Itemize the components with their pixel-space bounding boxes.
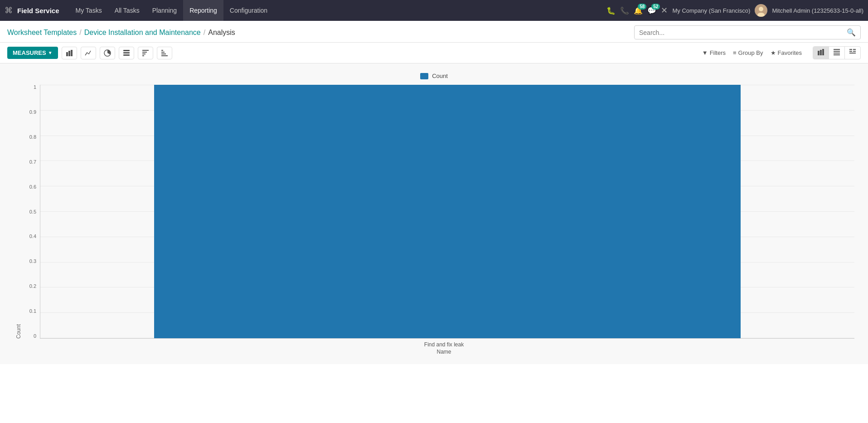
- bug-icon[interactable]: 🐛: [606, 6, 616, 15]
- close-icon[interactable]: ✕: [661, 5, 668, 15]
- user-name: Mitchell Admin (12325633-15-0-all): [772, 7, 863, 14]
- message-icon[interactable]: 💬 52: [647, 6, 656, 15]
- view-switcher: [813, 46, 861, 59]
- favorites-icon: ★: [771, 49, 776, 56]
- top-navigation: ⌘ Field Service My Tasks All Tasks Plann…: [0, 0, 868, 21]
- svg-rect-17: [161, 55, 168, 56]
- y-tick-01: 0.1: [29, 309, 36, 314]
- nav-planning[interactable]: Planning: [146, 0, 184, 21]
- svg-rect-19: [820, 50, 822, 55]
- x-axis-label: Find and fix leak: [424, 341, 464, 348]
- filter-group: ▼ Filters ≡ Group By ★ Favorites: [702, 49, 802, 56]
- groupby-button[interactable]: ≡ Group By: [733, 49, 763, 56]
- svg-rect-23: [834, 53, 840, 53]
- svg-rect-4: [68, 51, 70, 56]
- filters-label: Filters: [710, 49, 726, 56]
- svg-rect-28: [853, 51, 856, 52]
- pivot-view-button[interactable]: [845, 47, 860, 59]
- nav-all-tasks[interactable]: All Tasks: [108, 0, 146, 21]
- y-tick-1: 1: [34, 85, 36, 90]
- topnav-right: 🐛 📞 🔔 58 💬 52 ✕ My Company (San Francisc…: [606, 4, 863, 17]
- subheader: Worksheet Templates / Device Installatio…: [0, 21, 868, 43]
- svg-rect-7: [123, 50, 130, 51]
- search-input[interactable]: [635, 27, 842, 39]
- svg-rect-3: [66, 52, 68, 56]
- favorites-button[interactable]: ★ Favorites: [771, 49, 802, 56]
- grid-icon[interactable]: ⌘: [5, 5, 13, 15]
- avatar[interactable]: [755, 4, 767, 17]
- groupby-label: Group By: [738, 49, 763, 56]
- y-tick-06: 0.6: [29, 185, 36, 190]
- measures-label: MEASURES: [13, 49, 46, 56]
- svg-rect-10: [142, 50, 149, 51]
- nav-configuration[interactable]: Configuration: [223, 0, 274, 21]
- phone-icon[interactable]: 📞: [620, 6, 629, 15]
- svg-rect-18: [818, 51, 820, 55]
- sort-asc-icon-btn[interactable]: [138, 47, 153, 59]
- search-bar: 🔍: [634, 25, 861, 39]
- y-tick-08: 0.8: [29, 135, 36, 140]
- pie-chart-icon-btn[interactable]: [100, 47, 115, 59]
- chart-bar[interactable]: [154, 85, 740, 338]
- bar-container[interactable]: [154, 85, 740, 338]
- chart-legend: Count: [14, 73, 854, 79]
- bar-view-button[interactable]: [813, 47, 829, 59]
- search-button[interactable]: 🔍: [842, 26, 860, 39]
- y-tick-05: 0.5: [29, 209, 36, 214]
- breadcrumb-worksheet-templates[interactable]: Worksheet Templates: [7, 29, 77, 37]
- nav-my-tasks[interactable]: My Tasks: [69, 0, 108, 21]
- breadcrumb-sep-1: /: [79, 29, 81, 37]
- svg-rect-8: [123, 52, 130, 53]
- svg-point-1: [759, 7, 763, 11]
- legend-color-box: [420, 73, 428, 79]
- svg-rect-13: [142, 55, 144, 56]
- notification-badge: 58: [638, 4, 646, 10]
- svg-rect-11: [142, 52, 147, 53]
- svg-rect-26: [853, 49, 856, 50]
- measures-button[interactable]: MEASURES ▼: [7, 47, 58, 59]
- breadcrumb-analysis: Analysis: [208, 29, 235, 37]
- svg-rect-14: [161, 50, 163, 51]
- svg-rect-21: [834, 49, 840, 50]
- groupby-icon: ≡: [733, 49, 737, 56]
- favorites-label: Favorites: [778, 49, 802, 56]
- y-tick-02: 0.2: [29, 284, 36, 289]
- sort-desc-icon-btn[interactable]: [157, 47, 172, 59]
- nav-menu: My Tasks All Tasks Planning Reporting Co…: [69, 0, 605, 21]
- svg-rect-16: [161, 53, 166, 54]
- notification-icon[interactable]: 🔔 58: [634, 6, 643, 15]
- chart-plot: [40, 85, 854, 339]
- y-tick-03: 0.3: [29, 259, 36, 264]
- breadcrumb-device-installation[interactable]: Device Installation and Maintenance: [84, 29, 201, 37]
- x-axis-labels: Find and fix leak: [14, 341, 854, 348]
- filters-button[interactable]: ▼ Filters: [702, 49, 726, 56]
- toolbar: MEASURES ▼ ▼ Filters ≡ Group By ★ Favori…: [0, 43, 868, 63]
- nav-reporting[interactable]: Reporting: [183, 0, 223, 21]
- svg-rect-25: [849, 49, 852, 50]
- chart-area: Count Count 0 0.1 0.2 0.3 0.4 0.5 0.6 0.…: [0, 63, 868, 364]
- svg-rect-5: [71, 50, 73, 56]
- svg-rect-9: [123, 54, 130, 56]
- svg-rect-24: [834, 54, 840, 55]
- svg-rect-22: [834, 51, 840, 52]
- message-badge: 52: [651, 4, 660, 10]
- list-view-button[interactable]: [829, 47, 845, 59]
- x-axis-title: Name: [14, 349, 854, 355]
- bar-chart-icon-btn[interactable]: [62, 47, 77, 59]
- y-tick-09: 0.9: [29, 110, 36, 115]
- app-brand[interactable]: Field Service: [17, 7, 59, 15]
- chart-wrapper: Count 0 0.1 0.2 0.3 0.4 0.5 0.6 0.7 0.8 …: [14, 85, 854, 339]
- svg-rect-27: [849, 51, 852, 52]
- company-name[interactable]: My Company (San Francisco): [672, 7, 750, 14]
- line-chart-icon-btn[interactable]: [81, 47, 96, 59]
- stack-icon-btn[interactable]: [119, 47, 134, 59]
- y-axis-label: Count: [14, 85, 22, 339]
- y-tick-04: 0.4: [29, 234, 36, 239]
- svg-rect-29: [849, 53, 856, 53]
- measures-arrow-icon: ▼: [48, 50, 53, 55]
- y-axis: 0 0.1 0.2 0.3 0.4 0.5 0.6 0.7 0.8 0.9 1: [24, 85, 40, 339]
- y-tick-07: 0.7: [29, 160, 36, 165]
- breadcrumb-sep-2: /: [204, 29, 205, 37]
- svg-rect-15: [161, 52, 165, 53]
- breadcrumb: Worksheet Templates / Device Installatio…: [7, 29, 629, 37]
